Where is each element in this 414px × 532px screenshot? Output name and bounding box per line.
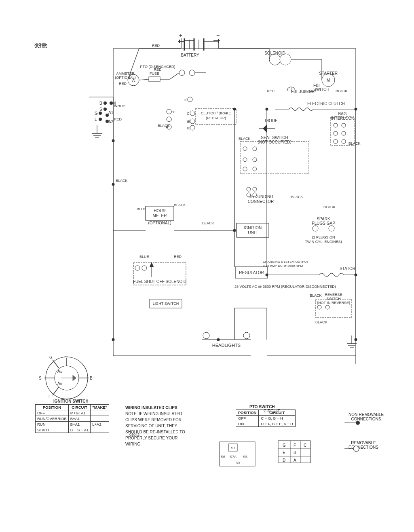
svg-text:BLACK: BLACK: [323, 205, 336, 209]
svg-text:CHARGING SYSTEM OUTPUT: CHARGING SYSTEM OUTPUT: [263, 260, 308, 264]
svg-text:B: B: [99, 101, 102, 106]
svg-point-101: [167, 117, 171, 122]
svg-text:HEADLIGHTS: HEADLIGHTS: [212, 343, 241, 348]
svg-text:S5: S5: [243, 455, 247, 459]
svg-text:BLACK: BLACK: [174, 203, 186, 207]
svg-point-124: [253, 158, 257, 162]
svg-text:(NOT OCCUPIED): (NOT OCCUPIED): [258, 140, 291, 144]
svg-point-23: [280, 54, 291, 65]
svg-text:L: L: [49, 395, 51, 399]
svg-text:PLUGS GAP: PLUGS GAP: [312, 221, 335, 226]
svg-point-116: [342, 139, 346, 144]
svg-point-176: [317, 305, 321, 309]
svg-point-114: [342, 131, 346, 135]
svg-text:CLUTCH / BRAKE: CLUTCH / BRAKE: [201, 111, 231, 115]
svg-text:9-16 AMP DC @ 3600 RPM: 9-16 AMP DC @ 3600 RPM: [263, 264, 303, 268]
svg-text:UNIT: UNIT: [248, 230, 257, 235]
svg-text:ELECTRIC CLUTCH: ELECTRIC CLUTCH: [307, 101, 345, 106]
svg-text:L: L: [95, 117, 97, 122]
svg-point-126: [253, 167, 257, 171]
svg-point-148: [313, 226, 318, 231]
svg-text:BLACK: BLACK: [291, 195, 303, 199]
svg-text:(2 PLUGS ON: (2 PLUGS ON: [312, 235, 335, 239]
svg-point-132: [247, 193, 251, 197]
svg-point-182: [243, 332, 250, 339]
svg-text:S7A: S7A: [230, 455, 237, 459]
svg-text:PTO (DISENGAGED): PTO (DISENGAGED): [140, 65, 175, 69]
svg-text:IG: IG: [184, 98, 188, 102]
svg-point-125: [243, 167, 247, 171]
svg-point-62: [99, 118, 102, 121]
svg-text:BLACK: BLACK: [202, 221, 214, 225]
svg-text:(PEDAL UP): (PEDAL UP): [206, 116, 226, 120]
svg-text:A2: A2: [108, 120, 114, 124]
svg-point-133: [253, 193, 257, 197]
ignition-switch-table: POSITION CIRCUIT "MAKE" OFF M+G+A1 RUN/O…: [35, 404, 109, 433]
svg-text:E: E: [283, 450, 285, 455]
svg-text:S6: S6: [221, 455, 225, 459]
svg-point-197: [217, 338, 220, 341]
svg-point-149: [329, 226, 334, 231]
non-removable-symbol: [342, 419, 363, 427]
svg-text:BLACK: BLACK: [349, 141, 361, 146]
wiring-note-title: WIRING INSULATED CLIPS: [125, 405, 177, 410]
svg-text:REVERSE: REVERSE: [325, 293, 342, 297]
svg-text:SEAT SWITCH: SEAT SWITCH: [261, 135, 288, 140]
table-row: ON C + F, B + E, A + D: [236, 421, 296, 427]
svg-point-157: [142, 266, 147, 270]
svg-text:A₁: A₁: [57, 369, 62, 374]
svg-point-130: [247, 187, 251, 191]
svg-text:M: M: [327, 78, 330, 82]
svg-text:AMMETER: AMMETER: [116, 72, 135, 76]
svg-text:GROUNDING: GROUNDING: [248, 194, 273, 199]
svg-text:IE: IE: [187, 120, 190, 124]
svg-text:RED: RED: [152, 44, 160, 48]
svg-point-115: [334, 139, 338, 144]
svg-point-192: [266, 274, 268, 277]
svg-text:C: C: [187, 112, 190, 116]
svg-text:WHITE: WHITE: [114, 104, 126, 108]
svg-text:BLACK: BLACK: [239, 137, 251, 141]
svg-text:BLACK: BLACK: [315, 320, 327, 324]
table-row: RUN/OVERRIDE B+A1: [36, 416, 109, 422]
table-row: OFF M+G+A1: [36, 410, 109, 416]
svg-point-50: [189, 70, 195, 76]
wiring-note-text: NOTE: IF WIRING INSULATED CLIPS WERE REM…: [125, 411, 185, 447]
svg-rect-118: [240, 141, 309, 174]
table-row: START B + S + A1: [36, 427, 109, 433]
svg-text:RED: RED: [119, 82, 127, 86]
table-row: RUN B+A1 L+A2: [36, 422, 109, 427]
table-row: OFF C + G, B + H: [236, 416, 296, 421]
svg-text:28 VOLTS AC @ 3600 RPM (REGULA: 28 VOLTS AC @ 3600 RPM (REGULATOR DISCON…: [234, 285, 336, 289]
svg-text:SPARK: SPARK: [317, 217, 330, 221]
svg-text:FUSE: FUSE: [150, 72, 159, 76]
svg-text:CONNECTOR: CONNECTOR: [248, 199, 274, 204]
svg-point-112: [342, 123, 346, 127]
svg-text:BLUE: BLUE: [139, 255, 149, 259]
relay-diagram: S7 S6 S7A S5 30: [215, 440, 260, 472]
svg-text:B': B': [171, 110, 175, 114]
svg-text:METER: METER: [153, 213, 167, 218]
svg-point-111: [334, 123, 338, 127]
svg-text:A: A: [294, 458, 296, 462]
svg-text:−: −: [216, 32, 220, 39]
ignition-col-position: POSITION: [36, 405, 69, 410]
svg-text:G: G: [283, 443, 286, 448]
svg-point-60: [99, 112, 102, 115]
svg-text:STATOR: STATOR: [340, 266, 355, 271]
svg-text:A₂: A₂: [57, 381, 62, 386]
svg-text:BAG: BAG: [338, 112, 346, 116]
svg-rect-43: [149, 77, 160, 82]
svg-text:C: C: [304, 443, 306, 448]
svg-point-177: [325, 305, 330, 309]
pto-col-position: POSITION: [236, 410, 259, 416]
svg-text:S: S: [39, 376, 42, 380]
svg-text:+: +: [179, 32, 182, 39]
svg-text:I: I: [171, 118, 173, 122]
svg-text:G: G: [49, 356, 53, 360]
svg-point-88: [190, 111, 195, 116]
svg-point-49: [179, 70, 185, 76]
svg-point-245: [356, 421, 360, 425]
svg-text:BLACK: BLACK: [336, 89, 348, 93]
svg-point-56: [104, 108, 107, 111]
